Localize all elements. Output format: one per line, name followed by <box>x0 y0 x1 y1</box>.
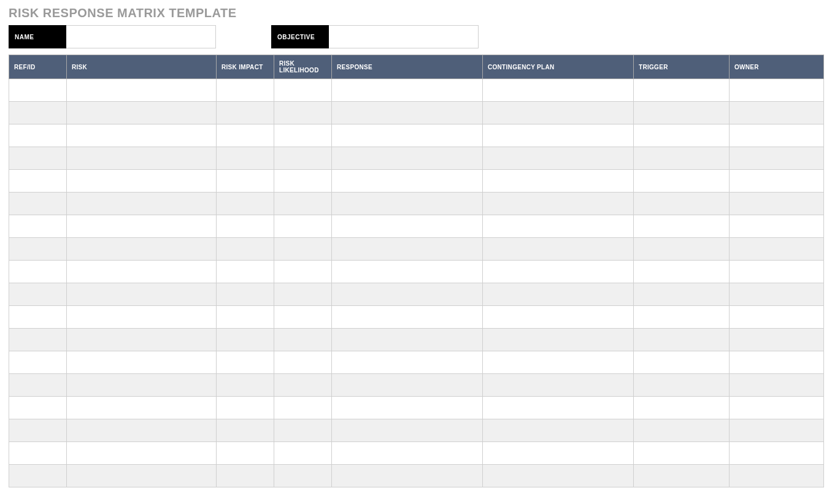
cell-input[interactable] <box>67 215 216 237</box>
cell-input[interactable] <box>483 170 633 192</box>
cell-input[interactable] <box>332 79 482 101</box>
cell-input[interactable] <box>9 261 66 283</box>
cell-input[interactable] <box>67 351 216 373</box>
cell-input[interactable] <box>9 465 66 487</box>
cell-input[interactable] <box>730 283 823 305</box>
cell-input[interactable] <box>67 283 216 305</box>
cell-input[interactable] <box>9 170 66 192</box>
cell-input[interactable] <box>67 261 216 283</box>
cell-input[interactable] <box>730 306 823 328</box>
cell-input[interactable] <box>730 442 823 464</box>
cell-input[interactable] <box>274 215 331 237</box>
cell-input[interactable] <box>730 170 823 192</box>
cell-input[interactable] <box>274 238 331 260</box>
cell-input[interactable] <box>634 79 729 101</box>
cell-input[interactable] <box>9 442 66 464</box>
cell-input[interactable] <box>332 238 482 260</box>
cell-input[interactable] <box>483 261 633 283</box>
cell-input[interactable] <box>483 329 633 351</box>
cell-input[interactable] <box>332 261 482 283</box>
cell-input[interactable] <box>730 215 823 237</box>
cell-input[interactable] <box>274 102 331 124</box>
cell-input[interactable] <box>274 397 331 419</box>
cell-input[interactable] <box>67 306 216 328</box>
cell-input[interactable] <box>634 419 729 441</box>
cell-input[interactable] <box>9 215 66 237</box>
cell-input[interactable] <box>483 79 633 101</box>
cell-input[interactable] <box>67 442 216 464</box>
cell-input[interactable] <box>483 283 633 305</box>
cell-input[interactable] <box>634 124 729 147</box>
cell-input[interactable] <box>217 465 274 487</box>
cell-input[interactable] <box>730 419 823 441</box>
cell-input[interactable] <box>274 419 331 441</box>
cell-input[interactable] <box>634 351 729 373</box>
cell-input[interactable] <box>9 102 66 124</box>
cell-input[interactable] <box>634 442 729 464</box>
cell-input[interactable] <box>217 306 274 328</box>
cell-input[interactable] <box>483 306 633 328</box>
name-input[interactable] <box>66 25 216 48</box>
cell-input[interactable] <box>634 238 729 260</box>
cell-input[interactable] <box>67 102 216 124</box>
cell-input[interactable] <box>274 147 331 169</box>
cell-input[interactable] <box>217 261 274 283</box>
cell-input[interactable] <box>634 261 729 283</box>
cell-input[interactable] <box>483 397 633 419</box>
cell-input[interactable] <box>332 170 482 192</box>
cell-input[interactable] <box>9 306 66 328</box>
cell-input[interactable] <box>730 147 823 169</box>
cell-input[interactable] <box>483 193 633 215</box>
cell-input[interactable] <box>332 465 482 487</box>
cell-input[interactable] <box>274 79 331 101</box>
cell-input[interactable] <box>634 215 729 237</box>
cell-input[interactable] <box>634 329 729 351</box>
cell-input[interactable] <box>332 193 482 215</box>
cell-input[interactable] <box>634 102 729 124</box>
cell-input[interactable] <box>274 465 331 487</box>
cell-input[interactable] <box>217 283 274 305</box>
cell-input[interactable] <box>217 102 274 124</box>
cell-input[interactable] <box>67 124 216 147</box>
cell-input[interactable] <box>217 442 274 464</box>
cell-input[interactable] <box>483 374 633 396</box>
cell-input[interactable] <box>332 329 482 351</box>
cell-input[interactable] <box>483 238 633 260</box>
cell-input[interactable] <box>634 170 729 192</box>
cell-input[interactable] <box>9 397 66 419</box>
cell-input[interactable] <box>730 397 823 419</box>
cell-input[interactable] <box>274 329 331 351</box>
cell-input[interactable] <box>9 238 66 260</box>
cell-input[interactable] <box>9 419 66 441</box>
cell-input[interactable] <box>9 374 66 396</box>
cell-input[interactable] <box>217 147 274 169</box>
cell-input[interactable] <box>483 465 633 487</box>
cell-input[interactable] <box>332 124 482 147</box>
cell-input[interactable] <box>274 442 331 464</box>
cell-input[interactable] <box>332 374 482 396</box>
cell-input[interactable] <box>483 351 633 373</box>
cell-input[interactable] <box>67 147 216 169</box>
cell-input[interactable] <box>634 397 729 419</box>
cell-input[interactable] <box>483 215 633 237</box>
cell-input[interactable] <box>274 124 331 147</box>
cell-input[interactable] <box>332 215 482 237</box>
cell-input[interactable] <box>67 397 216 419</box>
cell-input[interactable] <box>730 238 823 260</box>
cell-input[interactable] <box>274 306 331 328</box>
cell-input[interactable] <box>67 465 216 487</box>
cell-input[interactable] <box>217 79 274 101</box>
cell-input[interactable] <box>9 283 66 305</box>
cell-input[interactable] <box>217 419 274 441</box>
cell-input[interactable] <box>634 283 729 305</box>
cell-input[interactable] <box>634 147 729 169</box>
cell-input[interactable] <box>332 351 482 373</box>
cell-input[interactable] <box>217 238 274 260</box>
cell-input[interactable] <box>730 193 823 215</box>
cell-input[interactable] <box>9 193 66 215</box>
cell-input[interactable] <box>9 329 66 351</box>
cell-input[interactable] <box>67 419 216 441</box>
cell-input[interactable] <box>332 102 482 124</box>
cell-input[interactable] <box>274 351 331 373</box>
cell-input[interactable] <box>9 147 66 169</box>
